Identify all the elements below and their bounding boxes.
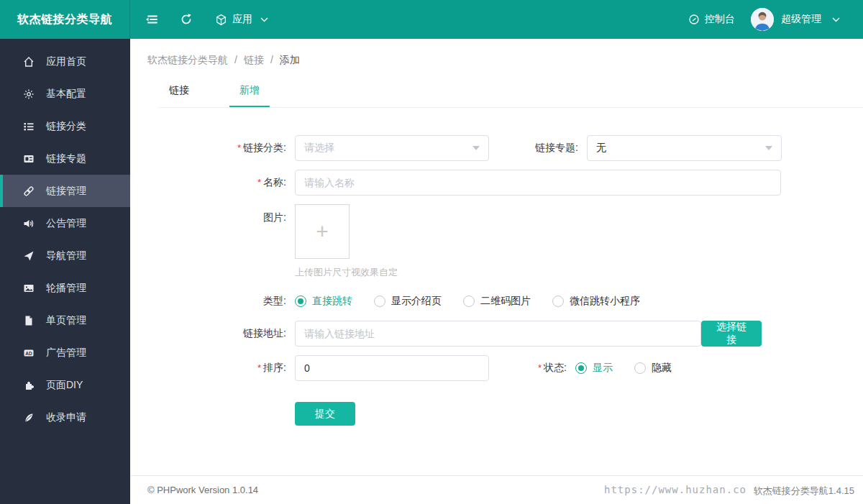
status-radio-show[interactable]: 显示 — [575, 362, 613, 375]
main-content: 软杰链接分类导航 / 链接 / 添加 链接 新增 *链接分类: 请选择 链接专题… — [130, 39, 863, 504]
topic-label: 链接专题: — [489, 142, 587, 155]
avatar — [751, 8, 774, 31]
type-radio-qrcode[interactable]: 二维码图片 — [463, 295, 531, 308]
sidebar-item-link-topic[interactable]: 链接专题 — [0, 142, 130, 175]
copyright-text: © PHPwork Version 1.0.14 — [130, 485, 258, 495]
speaker-icon — [23, 218, 35, 229]
ad-icon: AD — [23, 347, 35, 359]
sidebar-item-nav-manage[interactable]: 导航管理 — [0, 239, 130, 272]
sidebar-item-app-home[interactable]: 应用首页 — [0, 45, 130, 78]
sidebar-item-link-category[interactable]: 链接分类 — [0, 110, 130, 142]
dashboard-icon — [687, 12, 701, 27]
home-icon — [23, 56, 35, 68]
app-dropdown-label: 应用 — [232, 13, 252, 26]
category-label: *链接分类: — [130, 142, 295, 155]
radio-icon — [552, 295, 564, 307]
sidebar-item-label: 收录申请 — [46, 411, 86, 424]
breadcrumb-item-current: 添加 — [280, 54, 300, 67]
app-dropdown[interactable]: 应用 — [214, 12, 271, 27]
type-radio-wechat-miniapp[interactable]: 微信跳转小程序 — [552, 295, 640, 308]
required-asterisk: * — [538, 362, 542, 373]
sidebar-item-page-diy[interactable]: 页面DIY — [0, 369, 130, 401]
breadcrumb-item[interactable]: 链接 — [244, 54, 264, 67]
required-asterisk: * — [257, 177, 261, 188]
submit-button[interactable]: 提交 — [295, 402, 355, 426]
image-label: 图片: — [130, 204, 295, 224]
image-upload-hint: 上传图片尺寸视效果自定 — [295, 266, 398, 279]
breadcrumb-separator: / — [270, 54, 273, 67]
status-label: *状态: — [489, 362, 575, 375]
sidebar-item-label: 基本配置 — [46, 88, 86, 101]
sidebar-item-ad-manage[interactable]: AD 广告管理 — [0, 336, 130, 369]
required-asterisk: * — [237, 142, 241, 153]
name-input[interactable] — [295, 170, 781, 196]
radio-icon — [575, 362, 587, 374]
radio-icon — [374, 295, 385, 307]
name-label: *名称: — [130, 176, 295, 189]
puzzle-icon — [23, 380, 35, 391]
list-icon — [23, 121, 35, 132]
required-asterisk: * — [257, 362, 261, 373]
send-icon — [23, 250, 35, 262]
collapse-menu-icon[interactable] — [145, 12, 159, 27]
watermark: https://www.huzhan.co 软杰链接分类导航1.4.15 — [604, 482, 856, 498]
refresh-icon[interactable] — [179, 12, 193, 27]
sidebar-item-label: 链接专题 — [46, 152, 86, 165]
sidebar-item-label: 导航管理 — [46, 249, 86, 262]
watermark-url: https://www.huzhan.co — [604, 484, 746, 495]
type-radio-direct-jump[interactable]: 直接跳转 — [295, 295, 352, 308]
gear-icon — [23, 88, 35, 100]
sidebar-item-label: 页面DIY — [46, 379, 83, 392]
console-label: 控制台 — [705, 13, 735, 26]
image-upload-box[interactable]: + — [295, 204, 350, 259]
pick-link-button[interactable]: 选择链接 — [701, 321, 762, 347]
status-radio-hide[interactable]: 隐藏 — [634, 362, 672, 375]
sidebar-item-label: 广告管理 — [46, 347, 86, 359]
radio-icon — [295, 295, 306, 307]
sidebar-item-page-manage[interactable]: 单页管理 — [0, 304, 130, 336]
category-select[interactable]: 请选择 — [295, 135, 489, 161]
image-icon — [23, 283, 35, 294]
console-link[interactable]: 控制台 — [687, 12, 735, 27]
breadcrumb-item[interactable]: 软杰链接分类导航 — [147, 54, 228, 67]
sidebar: 应用首页 基本配置 链接分类 链接专题 链接管理 公告管理 导航管理 轮播管理 … — [0, 39, 130, 504]
card-icon — [23, 153, 35, 165]
user-label: 超级管理 — [781, 13, 821, 26]
status-radio-group: 显示 隐藏 — [575, 362, 693, 375]
url-label: 链接地址: — [130, 327, 295, 340]
topic-select-value: 无 — [596, 142, 606, 155]
app-title: 软杰链接分类导航 — [0, 0, 130, 39]
plus-icon: + — [316, 219, 329, 244]
sidebar-item-notice-manage[interactable]: 公告管理 — [0, 207, 130, 239]
sidebar-item-inclusion-apply[interactable]: 收录申请 — [0, 401, 130, 434]
category-select-placeholder: 请选择 — [304, 142, 334, 155]
user-menu[interactable]: 超级管理 — [751, 8, 843, 31]
feather-icon — [23, 412, 35, 423]
tab-new[interactable]: 新增 — [229, 77, 270, 107]
top-header: 软杰链接分类导航 应用 控制台 超级管理 — [0, 0, 863, 39]
tab-links[interactable]: 链接 — [159, 77, 199, 107]
sidebar-item-label: 公告管理 — [46, 217, 86, 230]
type-radio-intro-page[interactable]: 显示介绍页 — [374, 295, 442, 308]
sidebar-item-label: 链接分类 — [46, 120, 86, 133]
watermark-title: 软杰链接分类导航1.4.15 — [754, 485, 854, 498]
breadcrumb-separator: / — [234, 54, 237, 67]
sort-input[interactable] — [295, 355, 489, 381]
sidebar-item-label: 链接管理 — [46, 185, 86, 198]
sidebar-item-basic-config[interactable]: 基本配置 — [0, 78, 130, 110]
user-chevron-down-icon — [828, 12, 843, 27]
url-input[interactable] — [295, 321, 701, 347]
link-icon — [23, 185, 35, 197]
type-label: 类型: — [130, 295, 295, 308]
sidebar-item-label: 应用首页 — [46, 55, 86, 68]
sidebar-item-carousel-manage[interactable]: 轮播管理 — [0, 272, 130, 304]
add-link-form: *链接分类: 请选择 链接专题: 无 *名称: 图片: + 上传图片尺寸视效 — [130, 108, 863, 434]
sort-label: *排序: — [130, 362, 295, 375]
file-icon — [23, 315, 35, 326]
breadcrumb: 软杰链接分类导航 / 链接 / 添加 — [130, 39, 863, 67]
topic-select[interactable]: 无 — [587, 135, 782, 161]
sidebar-item-link-manage[interactable]: 链接管理 — [0, 175, 130, 207]
svg-text:AD: AD — [25, 350, 32, 355]
type-radio-group: 直接跳转 显示介绍页 二维码图片 微信跳转小程序 — [295, 295, 662, 308]
sidebar-item-label: 轮播管理 — [46, 282, 86, 295]
